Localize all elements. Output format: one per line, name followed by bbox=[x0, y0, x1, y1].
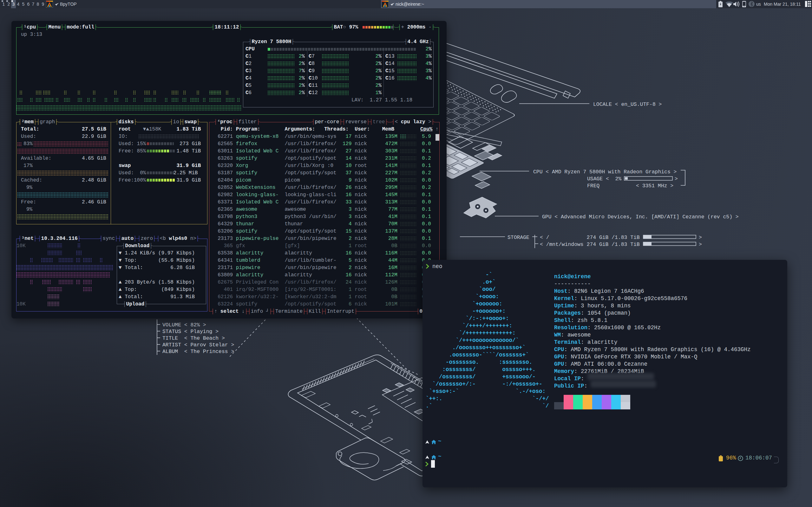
svg-text:STATUS < Playing >: STATUS < Playing > bbox=[162, 329, 218, 335]
svg-text:CPU < AMD Ryzen 7 5800H with R: CPU < AMD Ryzen 7 5800H with Radeon Grap… bbox=[533, 169, 676, 175]
svg-text:ALBUM < The Princess >: ALBUM < The Princess > bbox=[162, 349, 234, 354]
svg-text:USAGE < 2%: USAGE < 2% bbox=[587, 176, 621, 182]
svg-text:< / 274 GiB /1.83 T: < / 274 GiB /1.83 TiB bbox=[540, 234, 640, 240]
svg-text:ARTIST < Parov Stelar >: ARTIST < Parov Stelar > bbox=[162, 342, 234, 348]
svg-text:TITLE < The Beach >: TITLE < The Beach > bbox=[162, 335, 225, 341]
svg-text:GPU < Advanced Micro Devices,: GPU < Advanced Micro Devices, Inc. [AMD/… bbox=[542, 214, 739, 220]
svg-text:>: > bbox=[699, 241, 702, 247]
svg-text:>: > bbox=[675, 176, 678, 182]
svg-text:VOLUME < 82% >: VOLUME < 82% > bbox=[162, 322, 206, 328]
svg-text:>: > bbox=[699, 234, 702, 240]
svg-text:FREQ: FREQ bbox=[587, 183, 600, 189]
svg-text:< /mnt/windows 274 GiB /1.83 T: < /mnt/windows 274 GiB /1.83 TiB bbox=[540, 241, 640, 247]
svg-text:LOCALE < en_US.UTF-8 >: LOCALE < en_US.UTF-8 > bbox=[593, 101, 662, 107]
svg-text:STORAGE: STORAGE bbox=[507, 234, 529, 240]
svg-text:< 3351 MHz >: < 3351 MHz > bbox=[636, 183, 673, 189]
